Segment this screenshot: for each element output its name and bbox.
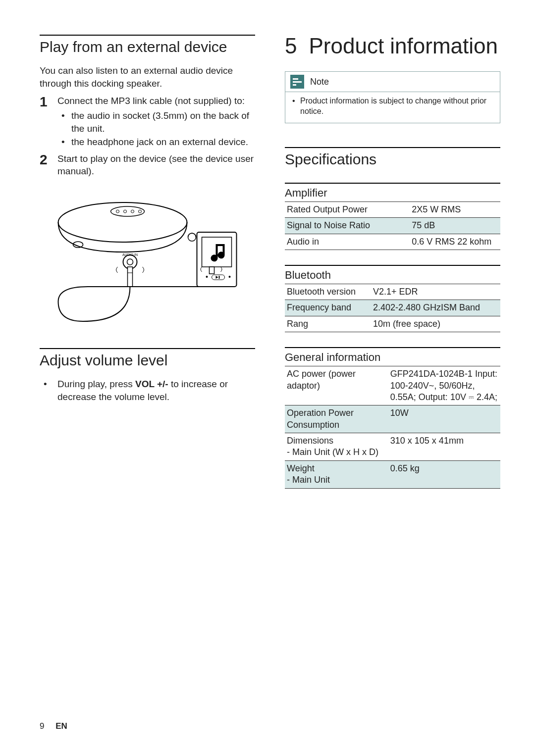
- spec-value: GFP241DA-1024B-1 Input: 100-240V~, 50/60…: [388, 366, 500, 405]
- spec-row: Bluetooth versionV2.1+ EDR: [285, 284, 500, 300]
- note-box: Note Product information is subject to c…: [285, 71, 500, 123]
- chapter-title-text: Product information: [309, 34, 498, 58]
- section-rule: [40, 35, 255, 36]
- spec-value: 0.65 kg: [388, 460, 500, 488]
- page-number: 9: [40, 721, 44, 731]
- sub-bullet: the headphone jack on an external device…: [57, 136, 255, 149]
- spec-value: 310 x 105 x 41mm: [388, 433, 500, 461]
- spec-row: Dimensions - Main Unit (W x H x D)310 x …: [285, 433, 500, 461]
- spec-label: AC power (power adaptor): [285, 366, 388, 405]
- note-title: Note: [310, 77, 329, 87]
- spec-label: Weight - Main Unit: [285, 460, 388, 488]
- spec-row: Audio in0.6 V RMS 22 kohm: [285, 234, 500, 250]
- step-text: Connect the MP3 link cable (not supplied…: [57, 96, 245, 106]
- spec-row: Operation Power Consumption10W: [285, 405, 500, 433]
- steps-list: Connect the MP3 link cable (not supplied…: [40, 95, 255, 178]
- spec-label: Bluetooth version: [285, 284, 371, 300]
- chapter-heading: 5Product information: [285, 35, 500, 57]
- spec-value: 2X5 W RMS: [410, 202, 500, 217]
- audio-in-diagram-icon: AUDIO IN: [40, 188, 255, 331]
- spec-group-title: Amplifier: [285, 184, 500, 202]
- section-title-play-external: Play from an external device: [40, 39, 255, 55]
- note-icon: [290, 75, 304, 89]
- spec-label: Operation Power Consumption: [285, 405, 388, 433]
- vol-key-label: VOL +/-: [135, 379, 168, 389]
- left-column: Play from an external device You can als…: [40, 35, 255, 489]
- volume-bullet: During play, press VOL +/- to increase o…: [40, 378, 255, 403]
- spec-value: 0.6 V RMS 22 kohm: [410, 234, 500, 250]
- spec-row: Weight - Main Unit0.65 kg: [285, 460, 500, 488]
- note-body: Product information is subject to change…: [285, 92, 500, 123]
- chapter-number: 5: [285, 34, 297, 58]
- step-2: Start to play on the device (see the dev…: [40, 152, 255, 178]
- spec-row: AC power (power adaptor)GFP241DA-1024B-1…: [285, 366, 500, 405]
- svg-point-0: [58, 202, 187, 242]
- volume-bullet-list: During play, press VOL +/- to increase o…: [40, 378, 255, 403]
- spec-group-title: General information: [285, 348, 500, 366]
- spec-group: AmplifierRated Output Power2X5 W RMSSign…: [285, 183, 500, 250]
- spec-value: 2.402-2.480 GHzISM Band: [371, 300, 500, 316]
- spec-row: Rang10m (free space): [285, 316, 500, 332]
- text-prefix: During play, press: [57, 379, 135, 389]
- spec-groups: AmplifierRated Output Power2X5 W RMSSign…: [285, 183, 500, 489]
- spec-value: 10m (free space): [371, 316, 500, 332]
- spec-value: 75 dB: [410, 218, 500, 234]
- step-1-subitems: the audio in socket (3.5mm) on the back …: [57, 109, 255, 149]
- step-1: Connect the MP3 link cable (not supplied…: [40, 95, 255, 149]
- spec-table: Bluetooth versionV2.1+ EDRFrequency band…: [285, 284, 500, 332]
- spec-group-title: Bluetooth: [285, 266, 500, 284]
- svg-rect-9: [128, 267, 133, 287]
- spec-value: V2.1+ EDR: [371, 284, 500, 300]
- section-rule: [40, 348, 255, 349]
- step-text: Start to play on the device (see the dev…: [57, 153, 254, 177]
- spec-label: Signal to Noise Ratio: [285, 218, 410, 234]
- audio-in-label: AUDIO IN: [122, 253, 138, 256]
- connection-illustration: AUDIO IN: [40, 188, 255, 331]
- spec-row: Rated Output Power2X5 W RMS: [285, 202, 500, 217]
- spec-group: General informationAC power (power adapt…: [285, 347, 500, 489]
- spec-value: 10W: [388, 405, 500, 433]
- spec-table: AC power (power adaptor)GFP241DA-1024B-1…: [285, 366, 500, 489]
- spec-table: Rated Output Power2X5 W RMSSignal to Noi…: [285, 202, 500, 250]
- footer-language: EN: [55, 721, 67, 731]
- spec-label: Dimensions - Main Unit (W x H x D): [285, 433, 388, 461]
- specifications-title: Specifications: [285, 151, 500, 168]
- page-footer: 9 EN: [40, 721, 67, 731]
- intro-paragraph: You can also listen to an external audio…: [40, 64, 255, 90]
- right-column: 5Product information Note Product inform…: [285, 35, 500, 489]
- section-title-volume: Adjust volume level: [40, 352, 255, 369]
- svg-rect-17: [219, 276, 220, 279]
- spec-row: Frequency band2.402-2.480 GHzISM Band: [285, 300, 500, 316]
- svg-point-18: [229, 276, 231, 278]
- spec-label: Frequency band: [285, 300, 371, 316]
- spec-label: Audio in: [285, 234, 410, 250]
- spec-label: Rang: [285, 316, 371, 332]
- svg-rect-19: [210, 267, 214, 274]
- section-rule: [285, 147, 500, 148]
- sub-bullet: the audio in socket (3.5mm) on the back …: [57, 109, 255, 135]
- spec-row: Signal to Noise Ratio75 dB: [285, 218, 500, 234]
- note-header: Note: [285, 72, 500, 92]
- spec-group: BluetoothBluetooth versionV2.1+ EDRFrequ…: [285, 265, 500, 332]
- spec-label: Rated Output Power: [285, 202, 410, 217]
- svg-point-14: [206, 276, 208, 278]
